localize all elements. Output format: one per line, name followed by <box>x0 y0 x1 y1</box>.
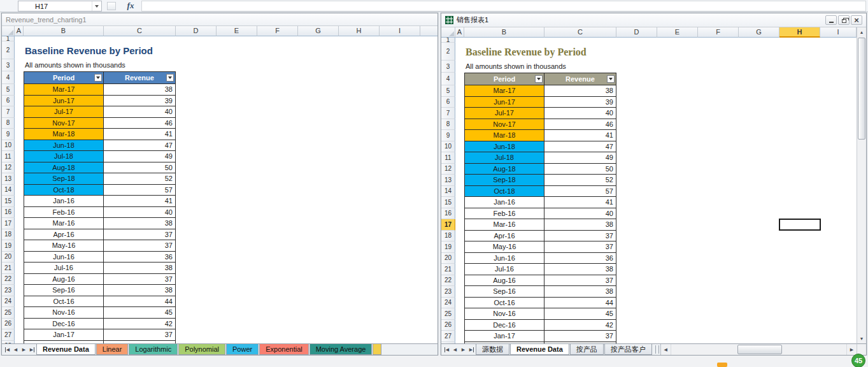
empty-cells[interactable] <box>15 36 438 41</box>
empty-cells[interactable] <box>176 106 438 118</box>
scroll-down-arrow[interactable] <box>857 334 866 343</box>
row-number[interactable]: 9 <box>441 130 455 141</box>
period-cell[interactable]: Oct-18 <box>24 185 104 196</box>
cell[interactable] <box>15 71 24 84</box>
empty-cells[interactable] <box>616 197 857 208</box>
previous-sheet-button[interactable] <box>451 344 459 355</box>
cell[interactable] <box>455 61 464 73</box>
empty-cells[interactable] <box>616 320 857 331</box>
period-cell[interactable]: Jul-18 <box>24 151 104 162</box>
empty-cells[interactable] <box>176 285 438 296</box>
revenue-cell[interactable]: 37 <box>104 329 176 341</box>
period-cell[interactable]: Oct-16 <box>464 298 544 309</box>
empty-cells[interactable] <box>176 151 438 162</box>
revenue-cell[interactable]: 47 <box>544 141 616 153</box>
col-header-C[interactable]: C <box>104 26 176 36</box>
close-button[interactable] <box>851 15 862 25</box>
revenue-cell[interactable]: 40 <box>544 208 616 220</box>
period-cell[interactable]: Jul-17 <box>24 106 104 118</box>
period-cell[interactable]: Apr-16 <box>24 229 104 241</box>
cell[interactable] <box>455 130 464 141</box>
insert-function-button[interactable]: fx <box>122 1 139 11</box>
empty-cells[interactable] <box>616 97 857 108</box>
row-number[interactable]: 26 <box>2 319 15 330</box>
revenue-cell[interactable]: 38 <box>104 218 176 229</box>
revenue-cell[interactable]: 37 <box>544 241 616 253</box>
empty-cells[interactable] <box>616 308 857 320</box>
cell[interactable] <box>455 264 464 275</box>
row-number[interactable]: 24 <box>441 298 455 309</box>
formula-input[interactable] <box>141 1 866 11</box>
empty-cells[interactable] <box>616 331 857 342</box>
revenue-cell[interactable]: 38 <box>544 286 616 298</box>
cell[interactable] <box>455 141 464 153</box>
revenue-cell[interactable]: 49 <box>544 152 616 164</box>
row-number[interactable]: 22 <box>2 274 15 285</box>
empty-cells[interactable] <box>616 175 857 186</box>
empty-cells[interactable] <box>616 286 857 298</box>
filter-dropdown-icon[interactable] <box>607 75 615 83</box>
sheet-tab[interactable]: Exponential <box>259 344 309 355</box>
cell[interactable] <box>455 186 464 198</box>
name-box[interactable]: H17 <box>18 1 102 11</box>
row-number[interactable]: 7 <box>2 106 15 118</box>
empty-cells[interactable] <box>616 264 857 275</box>
period-cell[interactable]: Jun-17 <box>24 96 104 107</box>
cell[interactable] <box>15 329 24 341</box>
row-number[interactable]: 10 <box>441 141 455 153</box>
last-sheet-button[interactable] <box>28 344 36 355</box>
hscroll-track[interactable] <box>671 344 847 355</box>
period-cell[interactable]: Nov-16 <box>24 307 104 319</box>
cell[interactable] <box>15 307 24 319</box>
last-sheet-button[interactable] <box>467 344 476 355</box>
revenue-cell[interactable]: 57 <box>104 185 176 196</box>
revenue-cell[interactable]: 36 <box>104 252 176 263</box>
row-number[interactable]: 24 <box>2 296 15 308</box>
row-number[interactable]: 16 <box>441 208 455 220</box>
cell[interactable] <box>15 240 24 252</box>
empty-cells[interactable] <box>616 208 857 220</box>
empty-cells[interactable] <box>176 162 438 174</box>
cell[interactable] <box>15 129 24 140</box>
row-number[interactable]: 27 <box>441 331 455 342</box>
period-cell[interactable]: Mar-18 <box>24 129 104 140</box>
empty-cells[interactable] <box>176 229 438 241</box>
sheet-tab[interactable]: Moving Average <box>309 344 373 355</box>
period-cell[interactable]: Mar-16 <box>464 219 544 231</box>
revenue-cell[interactable]: 40 <box>104 106 176 118</box>
cell[interactable] <box>455 231 464 242</box>
col-header-B[interactable]: B <box>464 27 544 38</box>
name-box-dropdown[interactable] <box>92 1 101 11</box>
sheet-subtitle[interactable]: All amounts shown in thousands <box>464 61 566 73</box>
cell[interactable] <box>15 118 24 129</box>
revenue-cell[interactable]: 37 <box>544 331 616 342</box>
revenue-cell[interactable]: 38 <box>544 219 616 231</box>
period-cell[interactable]: Mar-17 <box>464 85 544 97</box>
revenue-cell[interactable]: 42 <box>544 320 616 331</box>
period-cell[interactable]: Sep-16 <box>24 285 104 296</box>
revenue-cell[interactable]: 39 <box>544 97 616 108</box>
sheet-tab[interactable]: Revenue Data <box>36 344 96 355</box>
first-sheet-button[interactable] <box>443 344 451 355</box>
row-number[interactable]: 14 <box>2 185 15 196</box>
col-header-F[interactable]: F <box>698 27 739 38</box>
revenue-cell[interactable]: 50 <box>104 162 176 174</box>
revenue-cell[interactable]: 41 <box>104 196 176 207</box>
revenue-cell[interactable]: 37 <box>544 275 616 287</box>
sheet-tab-partial[interactable] <box>373 344 381 355</box>
empty-cells[interactable] <box>616 119 857 131</box>
row-number[interactable]: 2 <box>441 43 455 61</box>
revenue-cell[interactable]: 42 <box>104 319 176 330</box>
revenue-cell[interactable]: 45 <box>104 307 176 319</box>
row-number[interactable]: 11 <box>441 152 455 164</box>
empty-cells[interactable] <box>176 84 438 96</box>
active-row-number[interactable]: 17 <box>441 219 455 231</box>
empty-cells[interactable] <box>616 298 857 309</box>
cell[interactable] <box>455 286 464 298</box>
row-number[interactable]: 12 <box>441 164 455 175</box>
row-number[interactable]: 20 <box>2 252 15 263</box>
revenue-cell[interactable]: 41 <box>104 129 176 140</box>
revenue-cell[interactable]: 47 <box>104 140 176 152</box>
row-number[interactable]: 4 <box>441 73 455 85</box>
row-number[interactable]: 27 <box>2 329 15 341</box>
